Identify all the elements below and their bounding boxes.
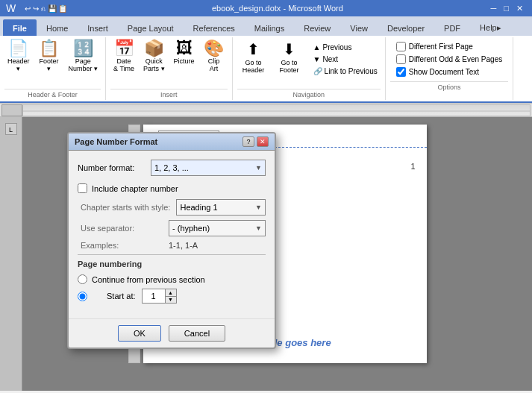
tab-references[interactable]: References: [184, 19, 245, 36]
header-icon: 📄: [8, 40, 28, 57]
tab-developer[interactable]: Developer: [378, 19, 434, 36]
tab-insert[interactable]: Insert: [78, 19, 118, 36]
group-header-footer-label: Header & Footer: [4, 89, 101, 98]
select-arrow-icon: ▼: [255, 164, 262, 172]
show-doc-text-checkbox[interactable]: [396, 67, 406, 77]
examples-label: Examples:: [81, 241, 163, 250]
use-separator-select[interactable]: - (hyphen) ▼: [169, 220, 266, 236]
group-options-label: Options: [390, 81, 508, 91]
tab-row: File Home Insert Page Layout References …: [0, 16, 532, 36]
modal-help-button[interactable]: ?: [242, 136, 254, 147]
link-to-previous-button[interactable]: 🔗 Link to Previous: [310, 66, 381, 77]
quick-parts-icon: 📦: [144, 40, 164, 57]
different-first-page-label: Different First Page: [409, 43, 473, 51]
section-divider: [78, 254, 266, 255]
tab-review[interactable]: Review: [294, 19, 340, 36]
footer-label: Footer▾: [40, 57, 59, 72]
tab-pdf[interactable]: PDF: [434, 19, 470, 36]
use-separator-row: Use separator: - (hyphen) ▼: [81, 220, 266, 236]
word-icon: W: [6, 2, 16, 14]
start-at-label: Start at:: [107, 292, 136, 301]
group-insert: 📅 Date& Time 📦 QuickParts ▾ 🖼 Picture 🎨 …: [106, 37, 233, 100]
include-chapter-checkbox[interactable]: [78, 183, 87, 193]
ruler-area: [0, 104, 532, 117]
quick-parts-label: QuickParts ▾: [143, 57, 165, 72]
tab-page-layout[interactable]: Page Layout: [118, 19, 184, 36]
picture-button[interactable]: 🖼 Picture: [171, 39, 198, 66]
separator-select-arrow-icon: ▼: [255, 224, 262, 232]
examples-row: Examples: 1-1, 1-A: [81, 241, 266, 250]
modal-title: Page Number Format: [75, 137, 157, 146]
modal-body: Number format: 1, 2, 3, ... ▼ Include ch…: [69, 151, 275, 318]
include-chapter-label: Include chapter number: [92, 184, 178, 193]
start-at-spinner[interactable]: ▲ ▼: [142, 289, 177, 304]
next-label: Next: [323, 55, 339, 63]
date-time-label: Date& Time: [113, 57, 134, 72]
previous-button[interactable]: ▲ Previous: [310, 42, 381, 53]
page-number-button[interactable]: 🔢 PageNumber ▾: [66, 39, 101, 74]
spinner-down-button[interactable]: ▼: [166, 296, 176, 304]
chapter-starts-select[interactable]: Heading 1 ▼: [176, 199, 266, 216]
number-format-row: Number format: 1, 2, 3, ... ▼: [78, 160, 266, 176]
next-button[interactable]: ▼ Next: [310, 54, 381, 65]
continue-radio[interactable]: [78, 274, 87, 284]
date-time-icon: 📅: [114, 40, 134, 57]
picture-label: Picture: [174, 57, 195, 65]
different-odd-even-checkbox[interactable]: [396, 54, 406, 64]
previous-label: Previous: [323, 43, 352, 51]
chapter-options: Chapter starts with style: Heading 1 ▼ U…: [81, 199, 266, 250]
tab-mailings[interactable]: Mailings: [245, 19, 294, 36]
go-to-footer-icon: ⬇: [283, 40, 295, 58]
next-icon: ▼: [313, 55, 321, 63]
tab-help[interactable]: Help▸: [470, 19, 511, 36]
different-first-page-checkbox[interactable]: [396, 42, 406, 51]
include-chapter-row: Include chapter number: [78, 183, 266, 193]
ok-button[interactable]: OK: [118, 325, 161, 342]
tab-file[interactable]: File: [3, 19, 37, 36]
modal-close-button[interactable]: ✕: [257, 136, 269, 147]
group-navigation: ⬆ Go toHeader ⬇ Go toFooter ▲ Previous ▼: [233, 37, 386, 100]
chapter-starts-row: Chapter starts with style: Heading 1 ▼: [81, 199, 266, 216]
number-format-value: 1, 2, 3, ...: [154, 163, 189, 172]
ribbon: File Home Insert Page Layout References …: [0, 16, 532, 104]
close-button[interactable]: ✕: [513, 4, 526, 13]
minimize-button[interactable]: ─: [488, 4, 500, 13]
group-navigation-label: Navigation: [237, 89, 381, 98]
clip-art-label: ClipArt: [208, 57, 220, 72]
go-to-header-label: Go toHeader: [242, 59, 265, 74]
footer-button[interactable]: 📋 Footer▾: [36, 39, 63, 74]
start-at-input[interactable]: [143, 289, 165, 303]
show-doc-text-label: Show Document Text: [409, 68, 479, 76]
go-to-header-button[interactable]: ⬆ Go toHeader: [237, 39, 270, 75]
header-button[interactable]: 📄 Header▾: [4, 39, 33, 74]
quick-parts-button[interactable]: 📦 QuickParts ▾: [140, 39, 168, 74]
date-time-button[interactable]: 📅 Date& Time: [110, 39, 137, 74]
use-separator-label: Use separator:: [81, 224, 163, 233]
spinner-up-button[interactable]: ▲: [166, 289, 176, 296]
examples-value: 1-1, 1-A: [169, 241, 198, 250]
go-to-footer-button[interactable]: ⬇ Go toFooter: [273, 39, 306, 75]
footer-icon: 📋: [39, 40, 59, 57]
tab-view[interactable]: View: [340, 19, 378, 36]
ribbon-content: 📄 Header▾ 📋 Footer▾ 🔢 PageNumber ▾ Heade…: [0, 36, 532, 103]
continue-radio-row: Continue from previous section: [78, 274, 266, 284]
clip-art-icon: 🎨: [204, 40, 224, 57]
page-number-icon: 🔢: [73, 40, 93, 57]
start-at-radio[interactable]: [78, 292, 87, 301]
clip-art-button[interactable]: 🎨 ClipArt: [201, 39, 228, 74]
page-number-label: PageNumber ▾: [69, 57, 98, 72]
previous-icon: ▲: [313, 43, 321, 51]
maximize-button[interactable]: □: [501, 4, 512, 13]
main-area: L Footer -Section 1 Book title goes here…: [0, 117, 532, 391]
start-at-row: Start at: ▲ ▼: [78, 289, 266, 304]
cancel-button[interactable]: Cancel: [169, 325, 225, 342]
go-to-header-icon: ⬆: [247, 40, 260, 58]
show-doc-text-row: Show Document Text: [396, 67, 502, 77]
different-odd-even-label: Different Odd & Even Pages: [409, 55, 502, 63]
tab-home[interactable]: Home: [37, 19, 78, 36]
chapter-starts-label: Chapter starts with style:: [81, 203, 170, 212]
left-panel: L: [0, 117, 22, 391]
number-format-select[interactable]: 1, 2, 3, ... ▼: [151, 160, 266, 176]
different-odd-even-row: Different Odd & Even Pages: [396, 54, 502, 64]
document-area: Footer -Section 1 Book title goes here P…: [22, 117, 532, 391]
